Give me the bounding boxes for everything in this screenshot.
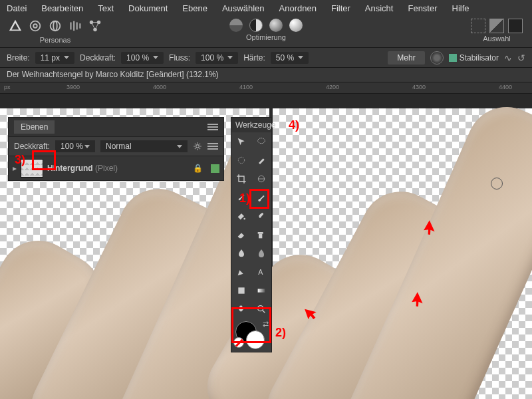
optimierung-label: Optimierung (246, 33, 286, 41)
menubar: Datei Bearbeiten Text Dokument Ebene Aus… (0, 0, 532, 16)
ruler-tick: 4400 (499, 84, 512, 90)
flood-select-tool-icon[interactable] (251, 151, 271, 170)
background-swatch[interactable] (246, 331, 265, 349)
menu-ebene[interactable]: Ebene (182, 3, 207, 13)
ruler-tick: 4100 (239, 84, 253, 90)
layer-row[interactable]: ▸ Hintergrund (Pixel) 🔒 (9, 156, 223, 180)
lasso-tool-icon[interactable] (251, 132, 271, 151)
app-logo-icon[interactable] (8, 19, 23, 33)
blend-mode-field[interactable]: Normal (100, 140, 188, 152)
shape-tool-icon[interactable] (231, 281, 251, 300)
crop-tool-icon[interactable] (231, 170, 251, 188)
persona-develop-icon[interactable] (48, 19, 63, 33)
gear-icon[interactable] (193, 142, 202, 151)
flow-field[interactable]: 100 % (196, 52, 238, 64)
erase-tool-icon[interactable] (231, 225, 251, 244)
annotation-4: 4) (289, 118, 299, 132)
svg-point-1 (33, 24, 37, 28)
selection-quick-icon[interactable] (508, 19, 523, 33)
svg-rect-14 (238, 287, 244, 293)
opt-soft-icon[interactable] (269, 19, 283, 32)
svg-text:A: A (258, 268, 263, 276)
opacity-field[interactable]: 100 % (121, 52, 164, 64)
zoom-tool-icon[interactable] (251, 300, 271, 319)
persona-tonemap-icon[interactable] (68, 19, 82, 33)
layer-opacity-label: Deckkraft: (14, 142, 50, 151)
window-stabilizer-icon[interactable]: ↺ (517, 53, 525, 63)
svg-point-5 (196, 145, 200, 148)
menu-bearbeiten[interactable]: Bearbeiten (41, 3, 83, 13)
panel-options-icon[interactable] (207, 143, 218, 150)
no-color-swatch[interactable] (233, 337, 244, 348)
selection-refine-icon[interactable] (489, 19, 504, 33)
fill-tool-icon[interactable] (231, 207, 251, 225)
hardness-label: Härte: (243, 53, 265, 63)
menu-text[interactable]: Text (98, 3, 114, 13)
lock-icon[interactable]: 🔒 (193, 164, 203, 173)
flow-label: Fluss: (169, 53, 190, 63)
menu-hilfe[interactable]: Hilfe (452, 3, 469, 13)
pen-tool-icon[interactable] (231, 263, 251, 281)
brush-preview-icon[interactable] (430, 51, 444, 65)
svg-rect-12 (258, 232, 263, 234)
clone-tool-icon[interactable] (251, 225, 271, 244)
tools-title: Werkzeuge (231, 118, 271, 132)
opt-contrast-icon[interactable] (249, 19, 263, 32)
svg-point-10 (243, 218, 245, 220)
selection-marquee-icon[interactable] (471, 19, 485, 33)
personas-label: Personas (40, 36, 70, 44)
menu-ansicht[interactable]: Ansicht (365, 3, 394, 13)
text-tool-icon[interactable]: A (251, 263, 271, 281)
width-field[interactable]: 11 px (35, 52, 74, 64)
more-button[interactable]: Mehr (388, 51, 424, 65)
arrow-icon (423, 219, 440, 241)
layers-tab[interactable]: Ebenen (14, 120, 55, 134)
tools-panel: Werkzeuge A ⇄ (231, 117, 272, 352)
opacity-label: Deckkraft: (80, 53, 116, 63)
move-tool-icon[interactable] (231, 132, 251, 151)
burn-tool-icon[interactable] (231, 244, 251, 263)
menu-datei[interactable]: Datei (7, 3, 27, 13)
hand-tool-icon[interactable] (231, 300, 251, 319)
visibility-checkbox[interactable] (211, 164, 219, 173)
ruler-tick: 3900 (66, 84, 80, 90)
ruler-tick: 4300 (412, 84, 426, 90)
smudge-tool-icon[interactable] (251, 207, 271, 225)
hardness-field[interactable]: 50 % (271, 52, 309, 64)
paint-brush-tool-icon[interactable] (251, 188, 271, 207)
blur-tool-icon[interactable] (251, 244, 271, 263)
color-swatches[interactable]: ⇄ (231, 319, 271, 352)
auswahl-label: Auswahl (483, 35, 511, 43)
develop-tool-icon[interactable] (251, 170, 271, 188)
context-toolbar: Breite: 11 px Deckkraft: 100 % Fluss: 10… (0, 48, 532, 68)
persona-export-icon[interactable] (88, 19, 102, 33)
svg-point-0 (31, 21, 41, 31)
panel-menu-icon[interactable] (207, 124, 218, 130)
stabilizer-checkbox[interactable]: Stabilisator (449, 53, 499, 63)
opt-levels-icon[interactable] (229, 19, 243, 32)
menu-auswaehlen[interactable]: Auswählen (222, 3, 265, 13)
menu-filter[interactable]: Filter (331, 3, 350, 13)
rope-stabilizer-icon[interactable]: ∿ (504, 53, 512, 63)
width-label: Breite: (7, 53, 30, 63)
ruler-horizontal: px 3900 4000 4100 4200 4300 4400 (0, 82, 532, 94)
layer-kind: (Pixel) (95, 164, 118, 173)
canvas-right[interactable] (273, 108, 532, 399)
svg-rect-11 (259, 234, 262, 239)
layer-opacity-field[interactable]: 100 % (55, 140, 95, 152)
persona-liquify-icon[interactable] (28, 19, 43, 33)
opt-light-icon[interactable] (289, 19, 303, 32)
menu-anordnen[interactable]: Anordnen (279, 3, 317, 13)
annotation-2: 2) (275, 326, 286, 340)
document-title: Der Weihnachtsengel by Marco Kolditz [Ge… (0, 68, 532, 82)
annotation-3: 3) (15, 153, 25, 167)
ruler-tick: 4200 (326, 84, 339, 90)
menu-dokument[interactable]: Dokument (128, 3, 168, 13)
menu-fenster[interactable]: Fenster (408, 3, 437, 13)
brush-cursor-icon (491, 178, 503, 190)
layer-name: Hintergrund (47, 164, 93, 173)
svg-point-16 (258, 306, 263, 311)
swap-colors-icon[interactable]: ⇄ (263, 320, 269, 329)
selection-brush-tool-icon[interactable] (231, 151, 251, 170)
gradient-tool-icon[interactable] (251, 281, 271, 300)
